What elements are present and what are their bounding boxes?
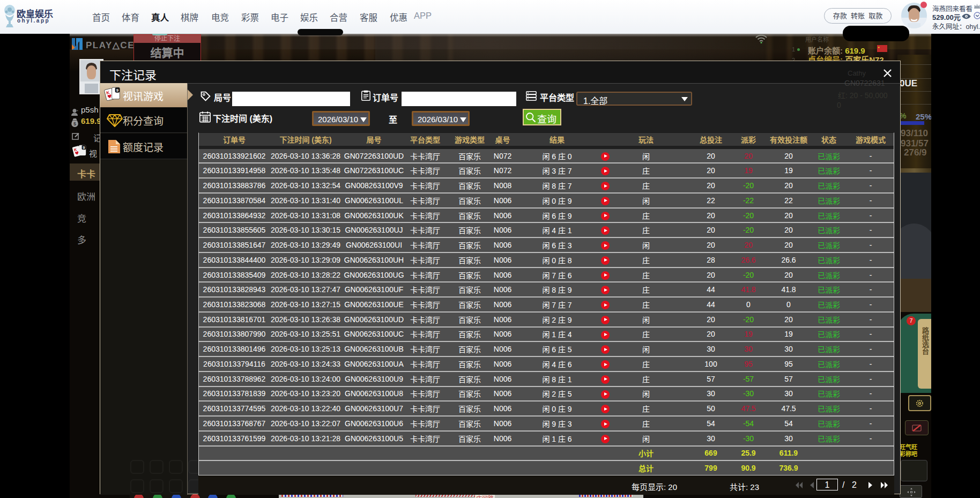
svg-text:*: * [77, 109, 78, 113]
svg-text:$: $ [73, 121, 76, 127]
svg-text:9: 9 [83, 146, 85, 150]
